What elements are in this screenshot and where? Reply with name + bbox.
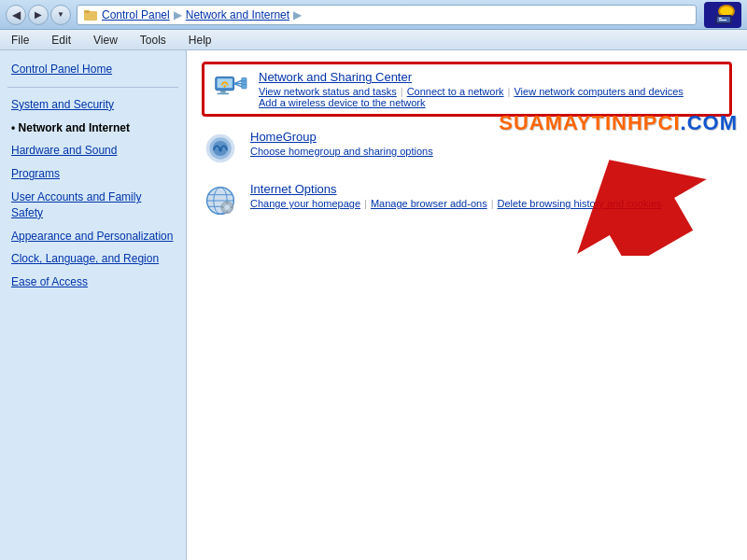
breadcrumb-control-panel[interactable]: Control Panel — [102, 8, 170, 21]
svg-point-3 — [720, 7, 733, 16]
menu-help[interactable]: Help — [185, 32, 216, 49]
forward-button[interactable]: ▶ — [28, 5, 49, 25]
folder-icon — [83, 7, 98, 22]
breadcrumb: Control Panel ▶ Network and Internet ▶ — [77, 5, 697, 25]
sidebar-item-clock-language[interactable]: Clock, Language, and Region — [0, 247, 186, 271]
main-layout: Control Panel Home System and Security N… — [0, 50, 747, 560]
internet-options-icon — [202, 182, 239, 219]
homegroup-links: Choose homegroup and sharing options — [250, 146, 433, 157]
link-delete-history[interactable]: Delete browsing history and cookies — [498, 198, 662, 209]
link-connect-network[interactable]: Connect to a network — [407, 86, 504, 97]
pci-logo-icon — [710, 4, 736, 26]
svg-point-29 — [225, 205, 230, 210]
internet-options-title[interactable]: Internet Options — [250, 182, 662, 196]
sidebar-divider-1 — [7, 87, 178, 88]
sidebar-item-network-internet[interactable]: Network and Internet — [0, 117, 186, 140]
sidebar-item-programs[interactable]: Programs — [0, 162, 186, 186]
svg-rect-11 — [218, 93, 230, 95]
link-view-network-status[interactable]: View network status and tasks — [259, 86, 397, 97]
homegroup-section: HomeGroup Choose homegroup and sharing o… — [202, 130, 732, 167]
network-sharing-title[interactable]: Network and Sharing Center — [259, 70, 722, 84]
menu-tools[interactable]: Tools — [136, 32, 170, 49]
logo-area — [704, 2, 741, 28]
svg-rect-17 — [242, 85, 247, 90]
internet-options-text: Internet Options Change your homepage | … — [250, 182, 662, 209]
link-change-homepage[interactable]: Change your homepage — [250, 198, 360, 209]
svg-rect-10 — [220, 91, 225, 93]
homegroup-icon — [202, 130, 239, 167]
menu-view[interactable]: View — [90, 32, 121, 49]
title-bar: ◀ ▶ ▼ Control Panel ▶ Network and Intern… — [0, 0, 747, 30]
svg-rect-1 — [84, 10, 90, 13]
svg-rect-6 — [719, 18, 722, 19]
nav-buttons: ◀ ▶ ▼ — [6, 5, 71, 25]
homegroup-text: HomeGroup Choose homegroup and sharing o… — [250, 130, 433, 157]
sidebar-item-user-accounts[interactable]: User Accounts and Family Safety — [0, 186, 186, 225]
svg-rect-33 — [231, 206, 233, 208]
sidebar-item-ease-of-access[interactable]: Ease of Access — [0, 271, 186, 294]
breadcrumb-sep-1: ▶ — [174, 8, 182, 21]
svg-rect-7 — [719, 20, 726, 21]
sidebar: Control Panel Home System and Security N… — [0, 50, 187, 560]
svg-rect-32 — [221, 206, 224, 208]
internet-options-section: Internet Options Change your homepage | … — [202, 182, 732, 219]
menu-bar: File Edit View Tools Help — [0, 30, 747, 50]
network-sharing-links: View network status and tasks | Connect … — [259, 86, 722, 108]
link-homegroup-sharing[interactable]: Choose homegroup and sharing options — [250, 146, 433, 157]
svg-rect-31 — [226, 211, 228, 214]
network-sharing-section: Network and Sharing Center View network … — [202, 62, 732, 117]
link-view-computers[interactable]: View network computers and devices — [514, 86, 683, 97]
homegroup-title[interactable]: HomeGroup — [250, 130, 433, 144]
dropdown-button[interactable]: ▼ — [50, 5, 71, 25]
internet-options-links: Change your homepage | Manage browser ad… — [250, 198, 662, 209]
sidebar-item-hardware-sound[interactable]: Hardware and Sound — [0, 139, 186, 162]
network-sharing-text: Network and Sharing Center View network … — [259, 70, 722, 108]
breadcrumb-network[interactable]: Network and Internet — [186, 8, 289, 21]
back-button[interactable]: ◀ — [6, 5, 26, 25]
menu-file[interactable]: File — [7, 32, 33, 49]
sidebar-item-control-panel-home[interactable]: Control Panel Home — [0, 58, 186, 81]
link-add-wireless[interactable]: Add a wireless device to the network — [259, 97, 426, 108]
menu-edit[interactable]: Edit — [48, 32, 75, 49]
sidebar-item-appearance[interactable]: Appearance and Personalization — [0, 225, 186, 248]
svg-point-18 — [223, 85, 226, 88]
svg-point-22 — [218, 148, 222, 152]
content-area: SUAMAYTINHPCI.COM — [187, 50, 747, 560]
svg-rect-30 — [226, 202, 228, 204]
network-sharing-icon — [212, 70, 249, 107]
breadcrumb-sep-2: ▶ — [293, 8, 302, 21]
link-manage-addons[interactable]: Manage browser add-ons — [371, 198, 487, 209]
sidebar-item-system-security[interactable]: System and Security — [0, 93, 186, 117]
